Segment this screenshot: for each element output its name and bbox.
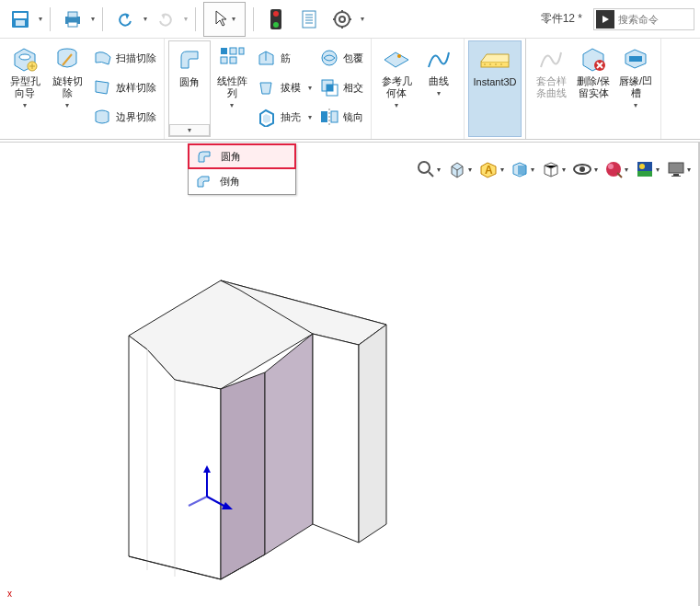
revolved-cut-button[interactable]: 旋转切 除 ▾ — [46, 40, 88, 137]
wireframe-icon — [542, 160, 560, 178]
loft-cut-icon — [92, 77, 112, 97]
menu-item-fillet[interactable]: 圆角 — [188, 143, 296, 169]
boundary-cut-button[interactable]: 边界切除 — [88, 103, 160, 131]
curves-button[interactable]: 曲线 ▾ — [418, 40, 460, 137]
rib-button[interactable]: 筋 — [253, 44, 316, 72]
viewport-settings-button[interactable] — [665, 157, 693, 181]
svg-rect-25 — [221, 57, 227, 63]
zoom-fit-button[interactable] — [415, 157, 442, 181]
loft-cut-button[interactable]: 放样切除 — [88, 74, 160, 101]
delete-keep-body-button[interactable]: 删除/保 留实体 — [572, 40, 614, 137]
reference-geometry-button[interactable]: 参考几 何体 ▾ — [375, 40, 418, 137]
shell-label: 抽壳 — [281, 110, 301, 124]
svg-point-8 — [273, 22, 279, 28]
intersect-icon — [319, 77, 339, 97]
lip-groove-label: 唇缘/凹 槽 — [619, 75, 652, 99]
svg-point-7 — [273, 11, 279, 17]
fit-spline-label: 套合样 条曲线 — [536, 75, 567, 99]
svg-point-51 — [639, 164, 645, 169]
fillet-label: 圆角 — [179, 76, 200, 88]
svg-rect-4 — [68, 12, 77, 17]
linear-pattern-button[interactable]: 线性阵 列 ▾ — [211, 40, 253, 137]
rebuild-button[interactable] — [261, 5, 291, 34]
command-search[interactable] — [593, 8, 694, 30]
mirror-button[interactable]: 镜向 — [316, 103, 367, 131]
fit-spline-icon — [537, 45, 565, 73]
fillet-split-button[interactable]: 圆角 ▾ — [168, 40, 211, 137]
quick-access-toolbar: ▾ ▾ ▾ ▾ ▾ ▾ 零件12 * — [0, 0, 700, 39]
heads-up-toolbar: A — [415, 157, 693, 181]
section-view-button[interactable] — [509, 157, 536, 181]
svg-rect-26 — [230, 57, 236, 63]
search-run-icon — [596, 10, 614, 29]
linear-pattern-icon — [218, 45, 246, 73]
svg-text:A: A — [485, 164, 493, 177]
scene-button[interactable] — [634, 157, 661, 181]
undo-icon — [116, 10, 134, 29]
refgeom-icon — [383, 45, 410, 73]
refgeom-label: 参考几 何体 — [382, 75, 412, 99]
graphics-viewport[interactable]: A x — [0, 142, 700, 606]
fillet-dropdown-menu: 圆角 倒角 — [188, 143, 296, 195]
save-button[interactable] — [6, 5, 35, 34]
redo-button[interactable] — [151, 5, 180, 34]
display-mode-button[interactable] — [540, 157, 568, 181]
appearance-button[interactable] — [602, 157, 630, 181]
delete-body-icon — [580, 45, 607, 73]
sweep-cut-button[interactable]: 扫描切除 — [88, 44, 160, 72]
menu-item-fillet-label: 圆角 — [221, 150, 241, 164]
mirror-label: 镜向 — [343, 110, 363, 124]
svg-rect-54 — [673, 174, 679, 176]
loft-cut-label: 放样切除 — [116, 81, 156, 95]
fillet-dropdown-arrow[interactable]: ▾ — [169, 124, 210, 136]
curves-icon — [425, 45, 453, 73]
lip-groove-icon — [622, 45, 649, 73]
intersect-label: 相交 — [343, 81, 363, 95]
print-button[interactable] — [58, 5, 87, 34]
shell-button[interactable]: 抽壳▾ — [253, 103, 316, 131]
lip-groove-button[interactable]: 唇缘/凹 槽 ▾ — [614, 40, 657, 137]
options-button[interactable] — [327, 5, 357, 34]
svg-point-15 — [339, 17, 345, 22]
select-tool[interactable]: ▾ — [203, 2, 246, 37]
traffic-light-icon — [270, 8, 282, 30]
draft-button[interactable]: 拔模▾ — [253, 74, 316, 101]
model-body[interactable] — [101, 216, 432, 584]
svg-rect-55 — [671, 176, 681, 177]
cursor-icon — [213, 9, 230, 29]
magnifier-icon — [417, 160, 435, 178]
file-props-button[interactable] — [294, 5, 324, 34]
boundary-cut-icon — [92, 107, 112, 127]
monitor-icon — [667, 160, 685, 178]
draft-icon — [257, 77, 277, 97]
fit-spline-button: 套合样 条曲线 — [530, 40, 572, 137]
svg-point-49 — [608, 164, 614, 169]
shell-icon — [257, 107, 277, 127]
document-title: 零件12 * — [541, 11, 582, 27]
search-input[interactable] — [614, 14, 688, 25]
display-style-button[interactable]: A — [477, 157, 505, 181]
intersect-button[interactable]: 相交 — [316, 74, 367, 101]
menu-item-chamfer[interactable]: 倒角 — [189, 168, 295, 194]
svg-rect-45 — [518, 166, 526, 175]
view-orientation-button[interactable] — [446, 157, 474, 181]
undo-button[interactable] — [110, 5, 140, 34]
hide-show-button[interactable] — [571, 157, 599, 181]
svg-rect-53 — [669, 163, 683, 173]
gear-icon — [332, 9, 352, 29]
sweep-cut-label: 扫描切除 — [116, 51, 156, 65]
hole-wizard-button[interactable]: 异型孔 向导 ▾ — [4, 40, 46, 137]
svg-rect-2 — [16, 20, 25, 26]
appearance-sphere-icon — [604, 160, 623, 178]
section-icon — [511, 160, 529, 178]
instant3d-button[interactable]: Instant3D — [468, 40, 522, 137]
display-style-icon: A — [478, 160, 499, 178]
wrap-button[interactable]: 包覆 — [316, 44, 367, 72]
eye-icon — [572, 160, 592, 178]
svg-rect-31 — [327, 85, 333, 91]
chamfer-small-icon — [194, 172, 212, 190]
svg-rect-23 — [221, 48, 227, 54]
menu-item-chamfer-label: 倒角 — [220, 175, 240, 189]
svg-point-20 — [19, 54, 30, 60]
instant3d-icon — [479, 45, 511, 74]
